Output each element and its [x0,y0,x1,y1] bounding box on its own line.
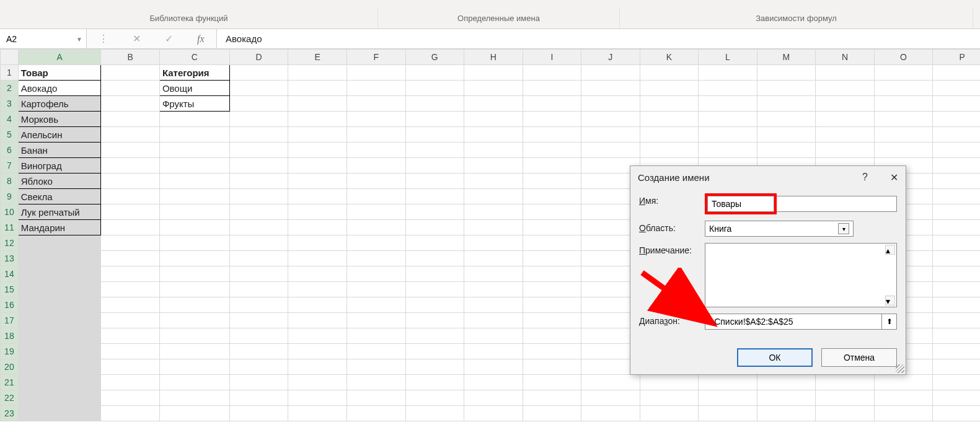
col-header-M[interactable]: M [757,50,816,65]
cell-O1[interactable] [874,65,933,81]
cell-E13[interactable] [288,251,347,266]
col-header-L[interactable]: L [699,50,757,65]
dialog-titlebar[interactable]: Создание имени ? ✕ [630,166,906,188]
row-header-2[interactable]: 2 [1,81,19,96]
cell-E17[interactable] [288,313,347,328]
cell-C18[interactable] [159,328,229,344]
cell-O2[interactable] [874,81,933,96]
cell-D18[interactable] [229,328,288,344]
cell-F19[interactable] [347,344,405,359]
cell-D23[interactable] [229,406,288,421]
cell-B2[interactable] [101,81,160,96]
cell-H22[interactable] [464,390,523,406]
cell-K23[interactable] [640,406,699,421]
cell-G16[interactable] [405,297,464,313]
cell-E12[interactable] [288,235,347,251]
cell-K1[interactable] [640,65,699,81]
cell-B16[interactable] [101,297,160,313]
cell-E9[interactable] [288,189,347,204]
cell-D17[interactable] [229,313,288,328]
name-input-ext[interactable] [777,196,897,212]
cell-G22[interactable] [405,390,464,406]
cell-F13[interactable] [347,251,405,266]
cell-F14[interactable] [347,266,405,282]
cell-E6[interactable] [288,143,347,158]
col-header-F[interactable]: F [347,50,405,65]
options-icon[interactable]: ⋮ [99,33,108,45]
cell-K3[interactable] [640,96,699,112]
cell-L5[interactable] [699,127,757,143]
row-header-17[interactable]: 17 [1,313,19,328]
cell-C20[interactable] [159,359,229,375]
cell-D9[interactable] [229,189,288,204]
col-header-O[interactable]: O [874,50,933,65]
cell-A17[interactable] [18,313,101,328]
cell-L23[interactable] [699,406,757,421]
row-header-3[interactable]: 3 [1,96,19,112]
cell-F3[interactable] [347,96,405,112]
scope-select[interactable]: Книга ▾ [705,221,854,237]
cell-F21[interactable] [347,375,405,390]
cell-H20[interactable] [464,359,523,375]
cell-G1[interactable] [405,65,464,81]
cell-M22[interactable] [757,390,816,406]
cell-K4[interactable] [640,112,699,127]
cell-C17[interactable] [159,313,229,328]
cell-O21[interactable] [874,375,933,390]
cell-G5[interactable] [405,127,464,143]
cell-P13[interactable] [933,251,980,266]
cell-D14[interactable] [229,266,288,282]
formula-input[interactable]: Авокадо [217,29,980,48]
cell-M6[interactable] [757,143,816,158]
cell-D1[interactable] [229,65,288,81]
cell-F22[interactable] [347,390,405,406]
cell-E21[interactable] [288,375,347,390]
chevron-down-icon[interactable]: ▾ [838,223,849,234]
cell-A11[interactable]: Мандарин [18,220,101,235]
cell-P21[interactable] [933,375,980,390]
cell-E16[interactable] [288,297,347,313]
cell-O23[interactable] [874,406,933,421]
cell-F2[interactable] [347,81,405,96]
cell-O3[interactable] [874,96,933,112]
cell-O4[interactable] [874,112,933,127]
cell-G15[interactable] [405,282,464,297]
cell-B5[interactable] [101,127,160,143]
cell-I17[interactable] [523,313,581,328]
cell-C9[interactable] [159,189,229,204]
cell-A22[interactable] [18,390,101,406]
cell-N22[interactable] [816,390,875,406]
cell-H11[interactable] [464,220,523,235]
cell-A4[interactable]: Морковь [18,112,101,127]
collapse-dialog-icon[interactable]: ⬆ [882,314,897,330]
row-header-19[interactable]: 19 [1,344,19,359]
cell-K2[interactable] [640,81,699,96]
comment-textarea[interactable]: ▴ ▾ [705,243,897,307]
cell-B6[interactable] [101,143,160,158]
cell-D22[interactable] [229,390,288,406]
cell-E22[interactable] [288,390,347,406]
cell-A2[interactable]: Авокадо [18,81,101,96]
cell-H14[interactable] [464,266,523,282]
cell-P8[interactable] [933,174,980,189]
cell-C6[interactable] [159,143,229,158]
cell-C4[interactable] [159,112,229,127]
cell-B11[interactable] [101,220,160,235]
row-header-1[interactable]: 1 [1,65,19,81]
row-header-23[interactable]: 23 [1,406,19,421]
cell-O6[interactable] [874,143,933,158]
row-header-21[interactable]: 21 [1,375,19,390]
cell-P1[interactable] [933,65,980,81]
cell-I3[interactable] [523,96,581,112]
cell-H23[interactable] [464,406,523,421]
cell-C1[interactable]: Категория [159,65,229,81]
col-header-C[interactable]: C [159,50,229,65]
cell-G3[interactable] [405,96,464,112]
cell-F9[interactable] [347,189,405,204]
cell-I16[interactable] [523,297,581,313]
cell-A1[interactable]: Товар [18,65,101,81]
cell-A7[interactable]: Виноград [18,158,101,174]
cell-P10[interactable] [933,204,980,220]
row-header-8[interactable]: 8 [1,174,19,189]
cell-K5[interactable] [640,127,699,143]
